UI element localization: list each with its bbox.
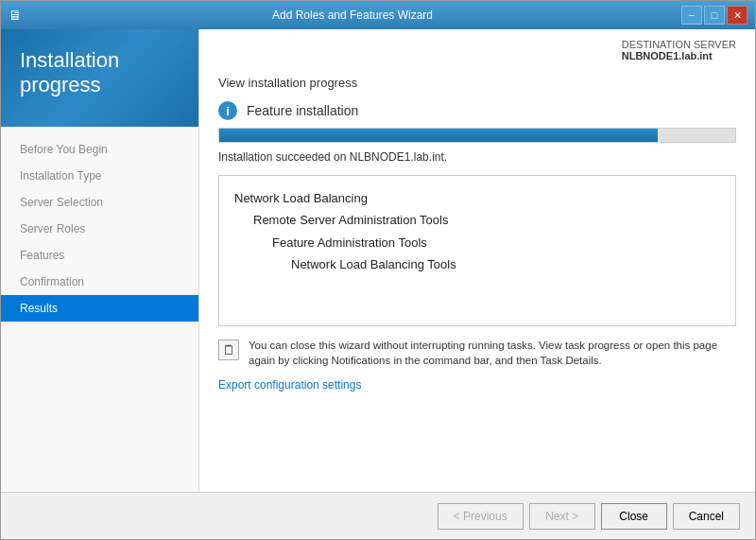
left-nav: Before You BeginInstallation TypeServer … bbox=[1, 127, 198, 492]
feature-item: Network Load Balancing Tools bbox=[234, 253, 720, 275]
export-link[interactable]: Export configuration settings bbox=[218, 378, 361, 392]
destination-server: NLBNODE1.lab.int bbox=[622, 50, 736, 61]
notice-icon: 🗒 bbox=[218, 340, 239, 360]
nav-item-server-selection: Server Selection bbox=[1, 189, 198, 216]
feature-install-row: i Feature installation bbox=[218, 101, 736, 120]
progress-bar-container bbox=[218, 128, 736, 143]
window-icon: 🖥 bbox=[9, 8, 24, 23]
feature-install-label: Feature installation bbox=[247, 103, 358, 118]
nav-item-server-roles: Server Roles bbox=[1, 216, 198, 242]
nav-item-confirmation: Confirmation bbox=[1, 269, 198, 295]
right-header: DESTINATION SERVER NLBNODE1.lab.int bbox=[199, 29, 755, 66]
features-box: Network Load BalancingRemote Server Admi… bbox=[218, 175, 736, 326]
minimize-button[interactable]: − bbox=[681, 6, 702, 25]
restore-button[interactable]: □ bbox=[704, 6, 725, 25]
success-text: Installation succeeded on NLBNODE1.lab.i… bbox=[218, 150, 736, 164]
left-header: Installation progress bbox=[1, 29, 198, 127]
nav-item-before-you-begin: Before You Begin bbox=[1, 136, 198, 163]
section-title: View installation progress bbox=[218, 76, 736, 90]
title-bar: 🖥 Add Roles and Features Wizard − □ ✕ bbox=[1, 1, 755, 29]
panel-title: Installation progress bbox=[20, 48, 180, 98]
notice-text: You can close this wizard without interr… bbox=[249, 338, 736, 368]
close-window-button[interactable]: ✕ bbox=[727, 6, 747, 25]
info-icon: i bbox=[218, 101, 237, 120]
content-area: Installation progress Before You BeginIn… bbox=[1, 29, 755, 492]
nav-item-features: Features bbox=[1, 242, 198, 269]
right-content: View installation progress i Feature ins… bbox=[199, 66, 755, 492]
previous-button[interactable]: < Previous bbox=[438, 503, 524, 530]
nav-item-results[interactable]: Results bbox=[1, 295, 198, 322]
info-notice: 🗒 You can close this wizard without inte… bbox=[218, 338, 736, 368]
nav-item-installation-type: Installation Type bbox=[1, 163, 198, 189]
cancel-button[interactable]: Cancel bbox=[673, 503, 740, 530]
destination-info: DESTINATION SERVER NLBNODE1.lab.int bbox=[622, 39, 736, 61]
right-panel: DESTINATION SERVER NLBNODE1.lab.int View… bbox=[199, 29, 755, 492]
left-panel: Installation progress Before You BeginIn… bbox=[1, 29, 199, 492]
progress-bar-fill bbox=[219, 129, 658, 142]
next-button[interactable]: Next > bbox=[529, 503, 595, 530]
window-title: Add Roles and Features Wizard bbox=[24, 9, 681, 22]
window-controls: − □ ✕ bbox=[681, 6, 747, 25]
destination-label: DESTINATION SERVER bbox=[622, 39, 736, 50]
wizard-window: 🖥 Add Roles and Features Wizard − □ ✕ In… bbox=[0, 0, 756, 540]
close-button[interactable]: Close bbox=[601, 503, 667, 530]
feature-item: Remote Server Administration Tools bbox=[234, 209, 720, 231]
bottom-bar: < Previous Next > Close Cancel bbox=[1, 492, 755, 539]
feature-item: Network Load Balancing bbox=[234, 187, 720, 209]
feature-item: Feature Administration Tools bbox=[234, 232, 720, 253]
